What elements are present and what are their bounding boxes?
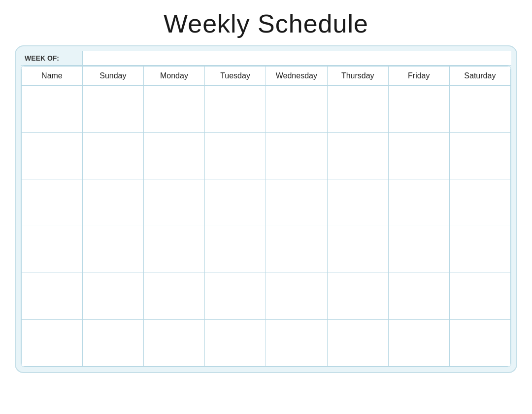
day-cell[interactable] bbox=[82, 86, 143, 133]
day-cell[interactable] bbox=[266, 320, 328, 367]
name-cell[interactable] bbox=[22, 226, 83, 273]
day-cell[interactable] bbox=[143, 86, 204, 133]
day-cell[interactable] bbox=[204, 179, 266, 226]
day-cell[interactable] bbox=[449, 179, 510, 226]
week-of-value[interactable] bbox=[82, 51, 511, 65]
name-cell[interactable] bbox=[22, 179, 83, 226]
day-cell[interactable] bbox=[204, 320, 266, 367]
day-cell[interactable] bbox=[449, 273, 510, 320]
header-sunday: Sunday bbox=[82, 67, 143, 86]
day-cell[interactable] bbox=[327, 226, 388, 273]
day-cell[interactable] bbox=[82, 179, 143, 226]
header-thursday: Thursday bbox=[327, 67, 388, 86]
schedule-container: WEEK OF: Name Sunday Monday Tuesday Wedn… bbox=[15, 45, 517, 373]
day-cell[interactable] bbox=[449, 226, 510, 273]
day-cell[interactable] bbox=[82, 273, 143, 320]
day-cell[interactable] bbox=[388, 133, 449, 179]
week-of-label: WEEK OF: bbox=[21, 51, 82, 65]
day-cell[interactable] bbox=[82, 320, 143, 367]
day-cell[interactable] bbox=[388, 320, 449, 367]
table-row bbox=[22, 133, 511, 179]
day-cell[interactable] bbox=[204, 273, 266, 320]
header-row: Name Sunday Monday Tuesday Wednesday Thu… bbox=[22, 67, 511, 86]
header-name: Name bbox=[22, 67, 83, 86]
day-cell[interactable] bbox=[266, 179, 328, 226]
table-row bbox=[22, 86, 511, 133]
day-cell[interactable] bbox=[204, 133, 266, 179]
day-cell[interactable] bbox=[266, 133, 328, 179]
day-cell[interactable] bbox=[266, 226, 328, 273]
week-of-row: WEEK OF: bbox=[21, 51, 511, 66]
day-cell[interactable] bbox=[143, 320, 204, 367]
table-row bbox=[22, 226, 511, 273]
day-cell[interactable] bbox=[388, 226, 449, 273]
day-cell[interactable] bbox=[143, 133, 204, 179]
schedule-table-wrapper: Name Sunday Monday Tuesday Wednesday Thu… bbox=[21, 66, 511, 367]
header-tuesday: Tuesday bbox=[204, 67, 266, 86]
name-cell[interactable] bbox=[22, 133, 83, 179]
day-cell[interactable] bbox=[327, 179, 388, 226]
day-cell[interactable] bbox=[449, 133, 510, 179]
day-cell[interactable] bbox=[143, 226, 204, 273]
day-cell[interactable] bbox=[388, 179, 449, 226]
page-title: Weekly Schedule bbox=[164, 9, 368, 38]
header-saturday: Saturday bbox=[449, 67, 510, 86]
header-wednesday: Wednesday bbox=[266, 67, 328, 86]
day-cell[interactable] bbox=[82, 226, 143, 273]
table-row bbox=[22, 273, 511, 320]
day-cell[interactable] bbox=[82, 133, 143, 179]
day-cell[interactable] bbox=[143, 273, 204, 320]
day-cell[interactable] bbox=[204, 86, 266, 133]
day-cell[interactable] bbox=[388, 86, 449, 133]
header-monday: Monday bbox=[143, 67, 204, 86]
day-cell[interactable] bbox=[204, 226, 266, 273]
day-cell[interactable] bbox=[327, 133, 388, 179]
day-cell[interactable] bbox=[388, 273, 449, 320]
name-cell[interactable] bbox=[22, 273, 83, 320]
day-cell[interactable] bbox=[449, 320, 510, 367]
table-row bbox=[22, 320, 511, 367]
day-cell[interactable] bbox=[327, 273, 388, 320]
day-cell[interactable] bbox=[143, 179, 204, 226]
day-cell[interactable] bbox=[327, 86, 388, 133]
schedule-table: Name Sunday Monday Tuesday Wednesday Thu… bbox=[21, 66, 511, 367]
table-row bbox=[22, 179, 511, 226]
name-cell[interactable] bbox=[22, 320, 83, 367]
name-cell[interactable] bbox=[22, 86, 83, 133]
day-cell[interactable] bbox=[266, 273, 328, 320]
day-cell[interactable] bbox=[327, 320, 388, 367]
header-friday: Friday bbox=[388, 67, 449, 86]
day-cell[interactable] bbox=[266, 86, 328, 133]
day-cell[interactable] bbox=[449, 86, 510, 133]
